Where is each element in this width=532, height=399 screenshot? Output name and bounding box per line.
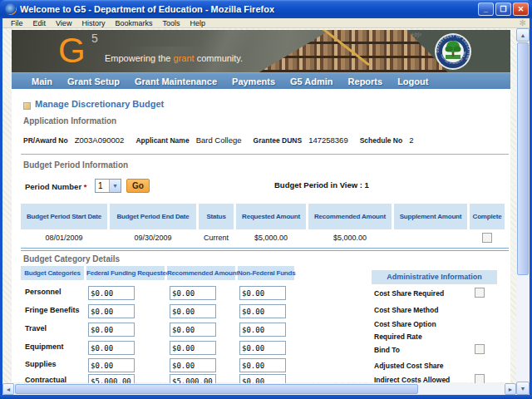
admin-bind-to: Bind To <box>374 346 400 354</box>
equipment-nonfederal-input[interactable] <box>239 341 286 355</box>
g5-logo-5: 5 <box>91 32 98 45</box>
budget-period-table: Budget Period Start Date Budget Period E… <box>21 204 509 246</box>
restore-button[interactable]: ❐ <box>495 2 511 16</box>
admin-cost-share-required: Cost Share Required <box>374 289 444 298</box>
budget-period-in-view: Budget Period in View : 1 <box>274 180 369 190</box>
period-table-data-row: 08/01/2009 09/30/2009 Current $5,000.00 … <box>21 229 509 246</box>
fringe-nonfederal-input[interactable] <box>239 304 286 318</box>
supplies-federal-input[interactable] <box>88 358 135 372</box>
menu-bookmarks[interactable]: Bookmarks <box>110 18 157 28</box>
equipment-recommended-input[interactable] <box>170 341 216 355</box>
schedule-no-label: Schedule No <box>360 136 402 145</box>
admin-cost-share-method: Cost Share Method <box>374 306 438 314</box>
header-start-date: Budget Period Start Date <box>21 204 107 229</box>
admin-required-rate: Required Rate <box>374 332 422 341</box>
horizontal-scroll-thumb[interactable] <box>15 384 418 394</box>
window-frame-bottom <box>0 395 532 399</box>
minimize-button[interactable]: _ <box>478 2 494 16</box>
cell-recommended-amount: $5,000.00 <box>308 229 392 246</box>
nav-grant-setup[interactable]: Grant Setup <box>67 76 120 86</box>
menu-help[interactable]: Help <box>185 18 210 28</box>
menu-file[interactable]: File <box>6 18 28 28</box>
header-requested-amount: Requested Amount <box>236 204 306 229</box>
category-label-fringe-benefits: Fringe Benefits <box>25 306 80 314</box>
header-complete: Complete <box>470 204 505 229</box>
applicant-name-label: Applicant Name <box>135 136 189 145</box>
header-status: Status <box>199 204 234 229</box>
admin-adjusted-cost-share: Adjusted Cost Share <box>374 362 444 370</box>
period-number-value: 1 <box>96 181 109 190</box>
supplies-recommended-input[interactable] <box>170 358 216 372</box>
nav-main[interactable]: Main <box>32 76 52 86</box>
menu-edit[interactable]: Edit <box>28 18 52 28</box>
cell-requested-amount: $5,000.00 <box>236 229 306 246</box>
admin-cost-share-option: Cost Share Option <box>374 320 436 328</box>
firefox-icon <box>5 3 17 15</box>
menu-view[interactable]: View <box>51 18 76 28</box>
period-number-select[interactable]: 1 ▼ <box>95 179 121 193</box>
personnel-recommended-input[interactable] <box>170 286 216 300</box>
application-information-heading: Application Information <box>23 116 116 126</box>
travel-federal-input[interactable] <box>88 323 135 337</box>
menu-bar: File Edit View History Bookmarks Tools H… <box>2 18 530 28</box>
grantee-duns-label: Grantee DUNS <box>254 136 303 145</box>
header-supplement-amount: Supplement Amount <box>394 204 467 229</box>
cell-supplement-amount <box>394 229 467 246</box>
nav-payments[interactable]: Payments <box>232 76 275 86</box>
horizontal-scrollbar[interactable]: ◄ ► <box>2 383 516 395</box>
tagline-accent: grant <box>174 53 195 63</box>
applicant-name-value: Bard College <box>196 135 242 145</box>
close-button[interactable]: ✕ <box>513 2 529 16</box>
personnel-federal-input[interactable] <box>88 286 135 300</box>
period-number-label: Period Number * <box>25 182 86 191</box>
page-title: Manage Discretionary Budget <box>35 99 164 109</box>
category-label-travel: Travel <box>25 324 47 332</box>
cell-start-date: 08/01/2009 <box>21 229 107 246</box>
section-divider <box>21 154 509 155</box>
go-button[interactable]: Go <box>126 179 150 193</box>
cell-status: Current <box>199 229 234 246</box>
vertical-scrollbar[interactable]: ▲ ▼ <box>516 28 530 395</box>
nav-reports[interactable]: Reports <box>348 76 383 86</box>
menu-tools[interactable]: Tools <box>157 18 185 28</box>
scroll-right-icon[interactable]: ► <box>505 383 516 395</box>
g5-logo-g: G <box>58 32 86 70</box>
bind-to-checkbox[interactable] <box>475 344 485 354</box>
scroll-up-icon[interactable]: ▲ <box>516 28 530 42</box>
window-titlebar: Welcome to G5 - Department of Education … <box>0 0 532 18</box>
budget-period-heading: Budget Period Information <box>23 160 128 170</box>
travel-recommended-input[interactable] <box>170 323 216 337</box>
period-table-header-row: Budget Period Start Date Budget Period E… <box>21 204 509 229</box>
nav-logout[interactable]: Logout <box>397 76 428 86</box>
nav-g5-admin[interactable]: G5 Admin <box>290 76 333 86</box>
fringe-recommended-input[interactable] <box>170 304 216 318</box>
header-budget-categories: Budget Categories <box>21 266 84 280</box>
personnel-nonfederal-input[interactable] <box>239 286 286 300</box>
header-recommended-amount: Recommended Amount <box>308 204 392 229</box>
application-information-row: PR/Award No Z003A090002 Applicant Name B… <box>23 135 425 145</box>
cell-complete <box>470 229 505 246</box>
pr-award-label: PR/Award No <box>23 136 68 145</box>
chevron-down-icon[interactable]: ▼ <box>109 180 121 192</box>
fringe-federal-input[interactable] <box>88 304 135 318</box>
complete-checkbox[interactable] <box>482 233 492 243</box>
cost-share-required-checkbox[interactable] <box>475 288 485 298</box>
category-label-equipment: Equipment <box>25 342 64 351</box>
travel-nonfederal-input[interactable] <box>239 323 286 337</box>
nav-grant-maintenance[interactable]: Grant Maintenance <box>135 76 217 86</box>
administrative-information-heading: Administrative Information <box>372 270 497 284</box>
menu-history[interactable]: History <box>76 18 110 28</box>
g5-banner: f(x) = (a+b)² G 5 Empowering the grant c… <box>12 30 510 73</box>
period-number-text: Period Number <box>25 182 81 191</box>
supplies-nonfederal-input[interactable] <box>239 358 286 372</box>
main-navigation: Main Grant Setup Grant Maintenance Payme… <box>12 73 510 89</box>
scroll-left-icon[interactable]: ◄ <box>2 383 14 395</box>
throbber-icon: ✻ <box>520 18 526 28</box>
vertical-scroll-thumb[interactable] <box>517 42 529 275</box>
scroll-down-icon[interactable]: ▼ <box>516 382 530 395</box>
category-label-personnel: Personnel <box>25 288 62 296</box>
category-label-supplies: Supplies <box>25 360 57 368</box>
banner-tagline: Empowering the grant community. <box>105 53 243 63</box>
equipment-federal-input[interactable] <box>88 341 135 355</box>
tagline-post: community. <box>195 53 243 63</box>
